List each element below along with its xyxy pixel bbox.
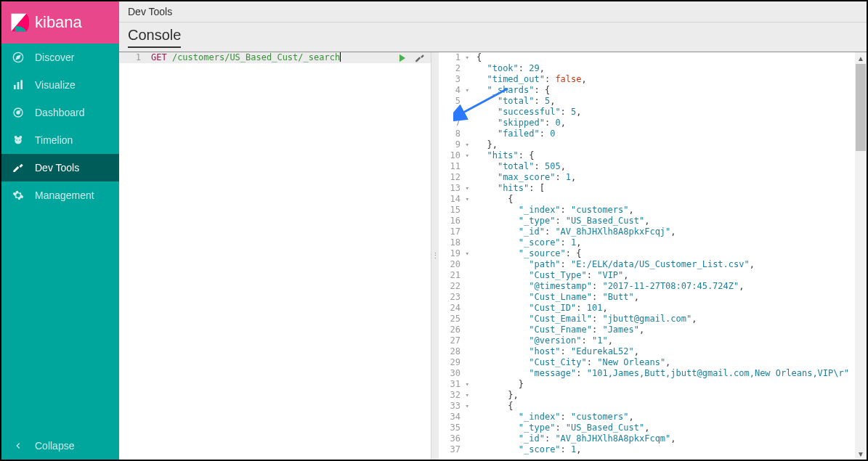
bar-chart-icon bbox=[12, 78, 25, 91]
code-line: "_index": "customers", bbox=[476, 412, 867, 423]
scroll-up-button[interactable]: ▲ bbox=[855, 52, 867, 64]
request-method: GET bbox=[151, 52, 167, 62]
line-number: 32 bbox=[439, 390, 461, 401]
code-line: "total": 505, bbox=[476, 161, 867, 172]
line-number: 27 bbox=[439, 335, 461, 346]
code-line: }, bbox=[476, 390, 867, 401]
code-line: "_type": "US_Based_Cust", bbox=[476, 423, 867, 433]
line-number: 34 bbox=[439, 412, 461, 423]
code-line: "hits": [ bbox=[476, 183, 867, 194]
line-number: 15 bbox=[439, 205, 461, 216]
wrench-button[interactable] bbox=[415, 53, 425, 65]
line-number: 17 bbox=[439, 227, 461, 237]
line-number: 37 bbox=[439, 444, 461, 455]
response-viewer[interactable]: 1234567891011121314151617181920212223242… bbox=[439, 52, 867, 460]
sidebar-item-dev-tools[interactable]: Dev Tools bbox=[1, 154, 119, 181]
editor-gutter: 1 bbox=[119, 52, 147, 63]
sidebar-item-label: Timelion bbox=[35, 134, 73, 146]
sidebar-item-label: Visualize bbox=[35, 79, 76, 91]
chevron-left-icon bbox=[12, 439, 25, 452]
sidebar-item-timelion[interactable]: Timelion bbox=[1, 126, 119, 154]
line-number: 31 bbox=[439, 379, 461, 390]
code-line: { bbox=[476, 194, 867, 205]
page-title: Console bbox=[128, 27, 181, 48]
code-line: "timed_out": false, bbox=[476, 74, 867, 85]
request-path: /customers/US_Based_Cust/_search bbox=[172, 52, 340, 62]
line-number: 4 bbox=[439, 85, 461, 96]
line-number: 16 bbox=[439, 216, 461, 227]
line-number: 35 bbox=[439, 423, 461, 433]
collapse-button[interactable]: Collapse bbox=[1, 432, 119, 460]
editor-code[interactable]: GET /customers/US_Based_Cust/_search bbox=[147, 52, 431, 63]
line-number: 8 bbox=[439, 128, 461, 139]
request-editor[interactable]: 1 GET /customers/US_Based_Cust/_search bbox=[119, 52, 431, 460]
svg-marker-2 bbox=[16, 55, 20, 59]
sidebar-item-management[interactable]: Management bbox=[1, 181, 119, 209]
bear-icon bbox=[12, 134, 25, 147]
code-line: "_source": { bbox=[476, 248, 867, 259]
text-cursor bbox=[340, 52, 341, 62]
code-line: }, bbox=[476, 139, 867, 150]
code-line: "_score": 1, bbox=[476, 237, 867, 248]
line-number: 22 bbox=[439, 281, 461, 292]
code-line: "_shards": { bbox=[476, 85, 867, 96]
line-number: 29 bbox=[439, 357, 461, 368]
sidebar-item-discover[interactable]: Discover bbox=[1, 44, 119, 71]
line-number: 23 bbox=[439, 292, 461, 303]
svg-rect-4 bbox=[17, 82, 20, 89]
svg-point-13 bbox=[19, 139, 20, 141]
line-number: 5 bbox=[439, 96, 461, 107]
wrench-icon bbox=[12, 161, 25, 174]
line-number: 20 bbox=[439, 259, 461, 270]
gauge-icon bbox=[12, 106, 25, 119]
run-button[interactable] bbox=[397, 53, 407, 65]
sidebar-item-label: Dev Tools bbox=[35, 162, 79, 174]
editor-empty-area[interactable] bbox=[119, 63, 431, 460]
line-number: 14 bbox=[439, 194, 461, 205]
sidebar-item-visualize[interactable]: Visualize bbox=[1, 71, 119, 99]
code-line: "_index": "customers", bbox=[476, 205, 867, 216]
code-line: "Cust_Lname": "Butt", bbox=[476, 292, 867, 303]
code-line: "skipped": 0, bbox=[476, 118, 867, 128]
scroll-thumb[interactable] bbox=[856, 64, 866, 151]
sidebar-item-dashboard[interactable]: Dashboard bbox=[1, 99, 119, 126]
line-number: 36 bbox=[439, 433, 461, 444]
code-line: "message": "101,James,Butt,jbutt@gmail.c… bbox=[476, 368, 867, 379]
line-number: 24 bbox=[439, 303, 461, 314]
console-workspace: 1 GET /customers/US_Based_Cust/_search ⋮… bbox=[119, 52, 867, 460]
code-line: "total": 5, bbox=[476, 96, 867, 107]
scroll-down-button[interactable]: ▼ bbox=[855, 448, 867, 460]
code-line: "Cust_ID": 101, bbox=[476, 303, 867, 314]
svg-rect-3 bbox=[14, 85, 16, 89]
code-line: "Cust_Email": "jbutt@gmail.com", bbox=[476, 314, 867, 325]
line-number: 1 bbox=[439, 52, 461, 63]
code-line: "_score": 1, bbox=[476, 444, 867, 455]
svg-point-12 bbox=[16, 139, 17, 141]
code-line: { bbox=[476, 52, 867, 63]
line-number: 12 bbox=[439, 172, 461, 183]
nav: DiscoverVisualizeDashboardTimelionDev To… bbox=[1, 44, 119, 460]
editor-line[interactable]: 1 GET /customers/US_Based_Cust/_search bbox=[119, 52, 431, 63]
line-number: 25 bbox=[439, 314, 461, 325]
brand: kibana bbox=[1, 1, 119, 44]
gear-icon bbox=[12, 189, 25, 202]
vertical-scrollbar[interactable]: ▲ ▼ bbox=[855, 52, 867, 460]
line-number: 28 bbox=[439, 346, 461, 357]
code-line: "successful": 5, bbox=[476, 107, 867, 118]
code-line: "took": 29, bbox=[476, 63, 867, 74]
code-line: "_id": "AV_8hJHXlh8A8pkxFcqm", bbox=[476, 433, 867, 444]
line-number: 13 bbox=[439, 183, 461, 194]
line-number: 1 bbox=[119, 52, 141, 63]
code-line: "@timestamp": "2017-11-27T08:07:45.724Z"… bbox=[476, 281, 867, 292]
code-line: "hits": { bbox=[476, 150, 867, 161]
code-line: { bbox=[476, 401, 867, 412]
line-number: 3 bbox=[439, 74, 461, 85]
svg-rect-5 bbox=[20, 80, 23, 89]
code-line: } bbox=[476, 379, 867, 390]
line-number: 7 bbox=[439, 118, 461, 128]
line-number: 18 bbox=[439, 237, 461, 248]
title-bar: Console bbox=[119, 23, 867, 52]
splitter[interactable]: ⋮ bbox=[431, 52, 439, 460]
response-gutter: 1234567891011121314151617181920212223242… bbox=[439, 52, 466, 460]
kibana-logo-icon bbox=[9, 12, 29, 33]
